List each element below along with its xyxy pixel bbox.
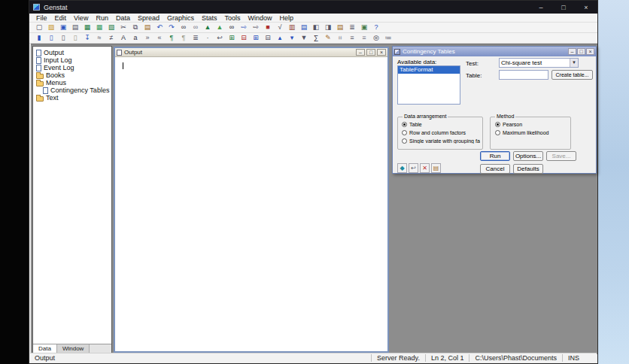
insert-row-icon[interactable]: ⊞ — [226, 33, 238, 43]
print-icon[interactable]: ▤ — [69, 23, 81, 32]
cut-icon[interactable]: ✂ — [117, 23, 129, 32]
tree-item-input-log[interactable]: Input Log — [35, 56, 111, 64]
dialog-restore-button[interactable]: □ — [577, 48, 585, 55]
comment-icon[interactable]: ¶ — [166, 33, 178, 43]
menu-item[interactable]: Tools — [220, 14, 244, 22]
cascade-windows-icon[interactable]: ◧ — [310, 23, 322, 32]
grid-icon[interactable]: ⌗ — [334, 33, 346, 43]
title-bar[interactable]: Genstat –□× — [29, 1, 597, 14]
graph-icon[interactable]: ▲ — [214, 23, 226, 32]
save-icon[interactable]: ▣ — [57, 23, 69, 32]
insert-column-icon[interactable]: ⊞ — [250, 33, 262, 43]
goto-line-icon[interactable]: ↧ — [81, 33, 93, 43]
output-title-bar[interactable]: Output –□× — [115, 48, 387, 57]
replace-text-icon[interactable]: ≠ — [105, 33, 117, 43]
dialog-minimize-button[interactable]: – — [568, 48, 576, 55]
radio-pearson[interactable]: Pearson — [495, 122, 567, 127]
menu-item[interactable]: Run — [92, 14, 112, 22]
previous-settings-button[interactable]: ↩ — [409, 163, 418, 173]
new-spreadsheet-icon[interactable]: ▦ — [81, 23, 93, 32]
left-align-icon[interactable]: ≡ — [346, 33, 358, 43]
options-button[interactable]: Options... — [513, 151, 543, 161]
paste-icon[interactable]: ▤ — [141, 23, 153, 32]
submit-line-icon[interactable]: ⇨ — [238, 23, 250, 32]
copy-icon[interactable]: ⧉ — [129, 23, 141, 32]
tile-windows-icon[interactable]: ◨ — [322, 23, 334, 32]
new-book-icon[interactable]: ▧ — [105, 23, 117, 32]
find-next-icon[interactable]: ∞ — [190, 23, 202, 32]
menu-item[interactable]: Stats — [198, 14, 221, 22]
server-icon[interactable]: ▣ — [358, 23, 370, 32]
find-icon[interactable]: ∞ — [178, 23, 190, 32]
indent-icon[interactable]: » — [141, 33, 153, 43]
menu-item[interactable]: Data — [112, 14, 134, 22]
stop-icon[interactable]: ■ — [262, 23, 274, 32]
tree-item-output[interactable]: Output — [35, 49, 111, 56]
menu-item[interactable]: Graphics — [163, 14, 198, 22]
redo-icon[interactable]: ↷ — [166, 23, 178, 32]
submit-window-icon[interactable]: ⇨ — [250, 23, 262, 32]
radio-row-column-factors[interactable]: Row and column factors — [402, 130, 480, 135]
output-restore-button[interactable]: □ — [366, 49, 375, 56]
word-wrap-icon[interactable]: ↩ — [214, 33, 226, 43]
zoom-icon[interactable]: ◎ — [370, 33, 382, 43]
sort-ascending-icon[interactable]: ▴ — [274, 33, 286, 43]
table-input[interactable] — [499, 70, 548, 80]
right-align-icon[interactable]: ≡ — [358, 33, 370, 43]
notebook-icon[interactable]: ▤ — [298, 23, 310, 32]
library-icon[interactable]: ▥ — [286, 23, 298, 32]
create-table-button[interactable]: Create table... — [552, 70, 593, 80]
find-text-icon[interactable]: ≈ — [93, 33, 105, 43]
bookmark-icon[interactable]: ▮ — [33, 33, 45, 43]
open-spreadsheet-icon[interactable]: ▦ — [93, 23, 105, 32]
uppercase-icon[interactable]: A — [117, 33, 129, 43]
tab-data[interactable]: Data — [33, 344, 57, 353]
undo-icon[interactable]: ↶ — [153, 23, 166, 32]
previous-bookmark-icon[interactable]: ▯ — [57, 33, 69, 43]
open-icon[interactable]: ▨ — [45, 23, 57, 32]
dialog-close-button[interactable]: × — [586, 48, 594, 55]
sort-descending-icon[interactable]: ▾ — [286, 33, 298, 43]
tab-window[interactable]: Window — [57, 344, 90, 353]
favourites-button[interactable]: ◆ — [397, 163, 407, 173]
available-data-listbox[interactable]: TableFormat — [397, 65, 460, 105]
format-icon[interactable]: ✎ — [322, 33, 334, 43]
whitespace-icon[interactable]: · — [202, 33, 214, 43]
delete-column-icon[interactable]: ⊟ — [262, 33, 274, 43]
menu-item[interactable]: File — [32, 14, 51, 22]
options-icon[interactable]: ≣ — [346, 23, 358, 32]
radio-table[interactable]: Table — [402, 122, 480, 127]
tree-item-event-log[interactable]: Event Log — [35, 64, 111, 71]
dialog-title-bar[interactable]: Contingency Tables –□× — [393, 47, 596, 56]
properties-icon[interactable]: ≔ — [382, 33, 394, 43]
copy-settings-button[interactable]: ▤ — [431, 163, 441, 173]
chevron-down-icon[interactable]: ▼ — [570, 59, 578, 67]
close-button[interactable]: × — [575, 1, 597, 14]
help-icon[interactable]: ? — [370, 23, 382, 32]
tree-item-contingency-tables[interactable]: Contingency Tables — [35, 86, 111, 94]
new-icon[interactable]: ▢ — [33, 23, 45, 32]
lowercase-icon[interactable]: a — [129, 33, 141, 43]
binoculars-icon[interactable]: ∞ — [226, 23, 238, 32]
radio-single-variate[interactable]: Single variate with grouping factors — [402, 138, 480, 144]
sum-icon[interactable]: ∑ — [310, 33, 322, 43]
list-item-tableformat[interactable]: TableFormat — [398, 66, 460, 74]
test-dropdown[interactable]: Chi-square test ▼ — [499, 58, 579, 68]
menu-item[interactable]: Window — [245, 14, 276, 22]
delete-row-icon[interactable]: ⊟ — [238, 33, 250, 43]
tree-item-menus[interactable]: Menus — [35, 79, 111, 86]
maximize-button[interactable]: □ — [552, 1, 575, 14]
outdent-icon[interactable]: « — [153, 33, 166, 43]
menu-item[interactable]: View — [70, 14, 92, 22]
filter-icon[interactable]: ▼ — [298, 33, 310, 43]
cancel-button[interactable]: Cancel — [480, 164, 510, 174]
radio-maximum-likelihood[interactable]: Maximum likelihood — [495, 130, 567, 135]
menu-item[interactable]: Spread — [134, 14, 163, 22]
clipboard-view-icon[interactable]: ▤ — [334, 23, 346, 32]
output-editor[interactable] — [115, 57, 387, 351]
defaults-button[interactable]: Defaults — [513, 164, 543, 174]
calculator-icon[interactable]: √ — [274, 23, 286, 32]
clear-fields-button[interactable]: ✕ — [420, 163, 430, 173]
menu-item[interactable]: Edit — [51, 14, 71, 22]
output-minimize-button[interactable]: – — [356, 49, 365, 56]
